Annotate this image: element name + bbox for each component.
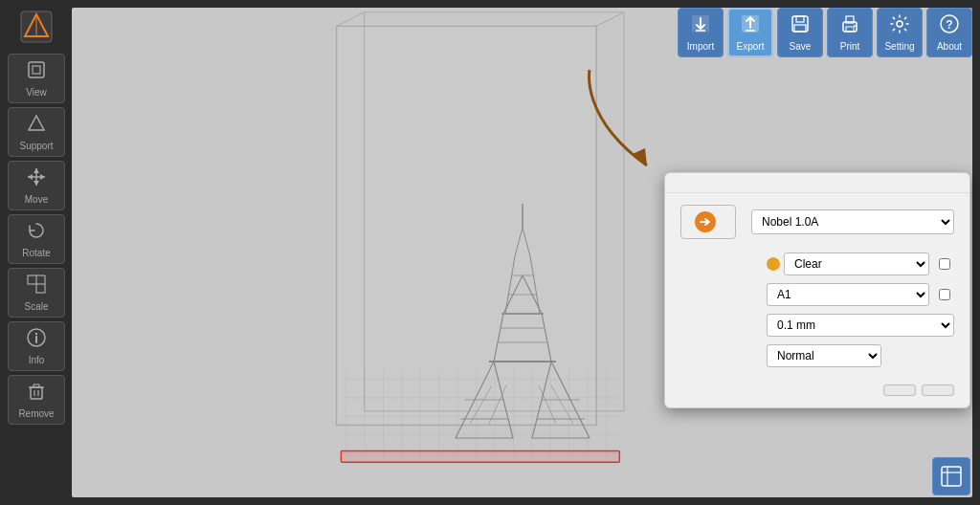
svg-rect-27 xyxy=(36,284,45,293)
toolbar-import-button[interactable]: Import xyxy=(678,8,724,57)
material-select[interactable]: Clear White Gray xyxy=(784,252,929,275)
sidebar-view-button[interactable]: View xyxy=(8,54,65,103)
top-toolbar: ImportExportSavePrintSetting?About xyxy=(678,8,972,57)
layer-height-row: 0.1 mm 0.05 mm 0.025 mm xyxy=(680,314,954,337)
reduce-facets-checkbox[interactable] xyxy=(939,289,950,300)
material-icon xyxy=(767,257,780,271)
svg-line-62 xyxy=(539,385,556,424)
svg-rect-26 xyxy=(28,275,36,284)
layer-height-select[interactable]: 0.1 mm 0.05 mm 0.025 mm xyxy=(767,314,954,337)
svg-text:?: ? xyxy=(946,18,952,32)
svg-rect-18 xyxy=(33,66,40,74)
print-icon xyxy=(839,13,860,39)
svg-point-11 xyxy=(897,21,902,27)
svg-line-42 xyxy=(596,12,624,27)
svg-rect-33 xyxy=(31,387,42,399)
move-label: Move xyxy=(25,194,48,205)
dialog-footer xyxy=(665,375,969,396)
printer-select[interactable]: Nobel 1.0A Nobel 1.0 Nobel Superfine xyxy=(751,209,954,234)
svg-point-10 xyxy=(854,25,856,27)
move-icon xyxy=(26,166,47,192)
svg-marker-19 xyxy=(29,116,44,130)
setting-label: Setting xyxy=(884,41,914,52)
info-icon xyxy=(26,327,47,353)
view-label: View xyxy=(26,87,47,98)
svg-rect-48 xyxy=(341,451,619,463)
toolbar-about-button[interactable]: ?About xyxy=(926,8,972,57)
rotate-label: Rotate xyxy=(22,248,50,258)
svg-marker-23 xyxy=(33,181,39,186)
sidebar-remove-button[interactable]: Remove xyxy=(8,375,65,425)
export-label: Export xyxy=(737,41,765,52)
svg-point-32 xyxy=(35,333,37,335)
quality-row: Normal Fine Ultra Fine xyxy=(680,344,954,367)
toolbar-export-button[interactable]: Export xyxy=(727,8,773,57)
sidebar-support-button[interactable]: Support xyxy=(8,107,65,157)
remove-label: Remove xyxy=(18,408,54,419)
about-label: About xyxy=(937,41,962,52)
quality-select[interactable]: Normal Fine Ultra Fine xyxy=(767,344,881,367)
dialog-body: Nobel 1.0A Nobel 1.0 Nobel Superfine Cle… xyxy=(665,193,969,367)
material-row: Clear White Gray xyxy=(680,252,954,275)
bottom-right-button[interactable] xyxy=(932,457,970,495)
support-icon xyxy=(26,113,47,139)
sidebar-move-button[interactable]: Move xyxy=(8,161,65,210)
reduce-facets-group xyxy=(939,289,954,300)
import-label: Import xyxy=(687,41,714,52)
view-icon xyxy=(26,59,47,85)
svg-rect-65 xyxy=(942,467,961,486)
svg-rect-5 xyxy=(796,16,804,22)
about-icon: ? xyxy=(939,13,960,39)
sidebar-info-button[interactable]: Info xyxy=(8,321,65,371)
setting-icon xyxy=(889,13,910,39)
reset-button[interactable] xyxy=(922,384,954,396)
svg-line-41 xyxy=(337,12,365,27)
support-label: Support xyxy=(19,141,53,151)
svg-marker-25 xyxy=(40,174,45,180)
svg-line-61 xyxy=(489,385,506,424)
export-top-row: Nobel 1.0A Nobel 1.0 Nobel Superfine xyxy=(680,205,954,239)
print-label: Print xyxy=(840,41,860,52)
toolbar-save-button[interactable]: Save xyxy=(777,8,823,57)
resin-model-select[interactable]: A1 A2 B1 xyxy=(767,283,929,306)
app-logo xyxy=(8,8,65,46)
svg-rect-6 xyxy=(794,25,806,32)
export-dialog: Nobel 1.0A Nobel 1.0 Nobel Superfine Cle… xyxy=(664,172,970,408)
export-arrow-icon xyxy=(695,211,716,232)
save-label: Save xyxy=(790,41,812,52)
svg-line-60 xyxy=(470,385,492,424)
import-icon xyxy=(690,13,711,39)
brim-checkbox[interactable] xyxy=(939,258,950,270)
toolbar-setting-button[interactable]: Setting xyxy=(877,8,923,57)
rotate-icon xyxy=(26,220,47,246)
toolbar-print-button[interactable]: Print xyxy=(827,8,873,57)
dialog-title xyxy=(665,173,969,193)
svg-marker-24 xyxy=(28,174,33,180)
export-main-button[interactable] xyxy=(680,205,736,239)
left-sidebar: ViewSupportMoveRotateScaleInfoRemove xyxy=(8,8,65,425)
save-icon xyxy=(790,13,811,39)
svg-marker-22 xyxy=(33,168,39,173)
svg-line-63 xyxy=(551,385,573,424)
scale-label: Scale xyxy=(24,301,48,312)
brim-checkbox-group xyxy=(939,258,954,270)
sidebar-rotate-button[interactable]: Rotate xyxy=(8,214,65,264)
sidebar-scale-button[interactable]: Scale xyxy=(8,268,65,318)
export-icon xyxy=(740,13,761,39)
svg-rect-17 xyxy=(29,62,44,77)
info-label: Info xyxy=(29,355,45,365)
remove-icon xyxy=(26,381,47,406)
scale-icon xyxy=(26,274,47,299)
cancel-button[interactable] xyxy=(883,384,916,396)
resin-model-row: A1 A2 B1 xyxy=(680,283,954,306)
